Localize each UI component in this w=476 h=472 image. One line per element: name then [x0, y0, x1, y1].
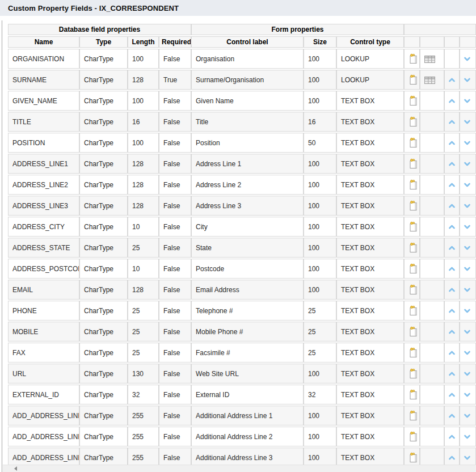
- cell-move-up[interactable]: [444, 280, 460, 300]
- chevron-down-icon[interactable]: [464, 414, 470, 418]
- chevron-down-icon[interactable]: [464, 351, 470, 355]
- cell-lookup[interactable]: [420, 133, 444, 153]
- chevron-down-icon[interactable]: [464, 393, 470, 397]
- clipboard-icon[interactable]: [408, 137, 418, 148]
- chevron-down-icon[interactable]: [464, 78, 470, 82]
- clipboard-icon[interactable]: [408, 368, 418, 379]
- cell-lookup[interactable]: [420, 343, 444, 363]
- cell-move-down[interactable]: [460, 301, 476, 321]
- cell-lookup[interactable]: [420, 196, 444, 216]
- chevron-down-icon[interactable]: [464, 288, 470, 292]
- cell-clipboard[interactable]: [404, 322, 420, 342]
- cell-move-up[interactable]: [444, 196, 460, 216]
- chevron-up-icon[interactable]: [449, 351, 455, 355]
- cell-move-down[interactable]: [460, 217, 476, 237]
- clipboard-icon[interactable]: [408, 326, 418, 337]
- cell-clipboard[interactable]: [404, 133, 420, 153]
- cell-lookup[interactable]: [420, 301, 444, 321]
- cell-clipboard[interactable]: [404, 280, 420, 300]
- cell-move-up[interactable]: [444, 49, 460, 69]
- cell-lookup[interactable]: [420, 385, 444, 404]
- clipboard-icon[interactable]: [408, 452, 418, 463]
- cell-lookup[interactable]: [420, 406, 444, 425]
- chevron-up-icon[interactable]: [449, 78, 455, 82]
- cell-move-up[interactable]: [444, 406, 460, 425]
- cell-move-down[interactable]: [460, 406, 476, 425]
- clipboard-icon[interactable]: [408, 263, 418, 274]
- chevron-up-icon[interactable]: [449, 183, 455, 187]
- chevron-up-icon[interactable]: [449, 267, 455, 271]
- cell-move-up[interactable]: [444, 133, 460, 153]
- cell-move-down[interactable]: [460, 91, 476, 111]
- cell-move-down[interactable]: [460, 112, 476, 132]
- cell-move-down[interactable]: [460, 322, 476, 342]
- cell-lookup[interactable]: [420, 238, 444, 258]
- cell-clipboard[interactable]: [404, 154, 420, 174]
- cell-clipboard[interactable]: [404, 196, 420, 216]
- chevron-down-icon[interactable]: [464, 57, 470, 61]
- cell-clipboard[interactable]: [404, 343, 420, 363]
- chevron-down-icon[interactable]: [464, 330, 470, 334]
- clipboard-icon[interactable]: [408, 179, 418, 190]
- cell-move-down[interactable]: [460, 259, 476, 279]
- cell-lookup[interactable]: [420, 112, 444, 132]
- table-grid-icon[interactable]: [424, 56, 435, 63]
- clipboard-icon[interactable]: [408, 242, 418, 253]
- cell-move-up[interactable]: [444, 385, 460, 404]
- cell-clipboard[interactable]: [404, 238, 420, 258]
- clipboard-icon[interactable]: [408, 347, 418, 358]
- chevron-down-icon[interactable]: [464, 456, 470, 460]
- cell-clipboard[interactable]: [404, 91, 420, 111]
- cell-clipboard[interactable]: [404, 217, 420, 237]
- cell-lookup[interactable]: [420, 175, 444, 195]
- cell-clipboard[interactable]: [404, 364, 420, 384]
- scroll-left-arrow-icon[interactable]: [14, 466, 17, 471]
- chevron-down-icon[interactable]: [464, 225, 470, 229]
- cell-move-up[interactable]: [444, 112, 460, 132]
- chevron-down-icon[interactable]: [464, 162, 470, 166]
- cell-move-down[interactable]: [460, 175, 476, 195]
- cell-move-up[interactable]: [444, 70, 460, 90]
- cell-move-down[interactable]: [460, 49, 476, 69]
- chevron-up-icon[interactable]: [449, 225, 455, 229]
- chevron-down-icon[interactable]: [464, 435, 470, 439]
- cell-move-down[interactable]: [460, 385, 476, 404]
- cell-move-down[interactable]: [460, 70, 476, 90]
- chevron-up-icon[interactable]: [449, 99, 455, 103]
- cell-lookup[interactable]: [420, 91, 444, 111]
- clipboard-icon[interactable]: [408, 200, 418, 211]
- clipboard-icon[interactable]: [408, 74, 418, 85]
- cell-lookup[interactable]: [420, 217, 444, 237]
- cell-clipboard[interactable]: [404, 301, 420, 321]
- cell-move-down[interactable]: [460, 364, 476, 384]
- chevron-down-icon[interactable]: [464, 141, 470, 145]
- cell-move-down[interactable]: [460, 343, 476, 363]
- cell-move-up[interactable]: [444, 217, 460, 237]
- chevron-down-icon[interactable]: [464, 99, 470, 103]
- cell-clipboard[interactable]: [404, 427, 420, 446]
- chevron-up-icon[interactable]: [449, 456, 455, 460]
- clipboard-icon[interactable]: [408, 410, 418, 421]
- chevron-up-icon[interactable]: [449, 120, 455, 124]
- chevron-up-icon[interactable]: [449, 309, 455, 313]
- horizontal-scrollbar[interactable]: [3, 465, 476, 472]
- chevron-up-icon[interactable]: [449, 141, 455, 145]
- cell-move-down[interactable]: [460, 280, 476, 300]
- cell-move-up[interactable]: [444, 322, 460, 342]
- chevron-up-icon[interactable]: [449, 288, 455, 292]
- chevron-up-icon[interactable]: [449, 372, 455, 376]
- chevron-down-icon[interactable]: [464, 204, 470, 208]
- cell-lookup[interactable]: [420, 427, 444, 446]
- cell-move-down[interactable]: [460, 427, 476, 446]
- chevron-up-icon[interactable]: [449, 162, 455, 166]
- chevron-down-icon[interactable]: [464, 183, 470, 187]
- chevron-down-icon[interactable]: [464, 246, 470, 250]
- chevron-up-icon[interactable]: [449, 246, 455, 250]
- chevron-down-icon[interactable]: [464, 267, 470, 271]
- table-grid-icon[interactable]: [424, 77, 435, 84]
- cell-lookup[interactable]: [420, 70, 444, 90]
- cell-clipboard[interactable]: [404, 49, 420, 69]
- clipboard-icon[interactable]: [408, 284, 418, 295]
- cell-clipboard[interactable]: [404, 112, 420, 132]
- clipboard-icon[interactable]: [408, 221, 418, 232]
